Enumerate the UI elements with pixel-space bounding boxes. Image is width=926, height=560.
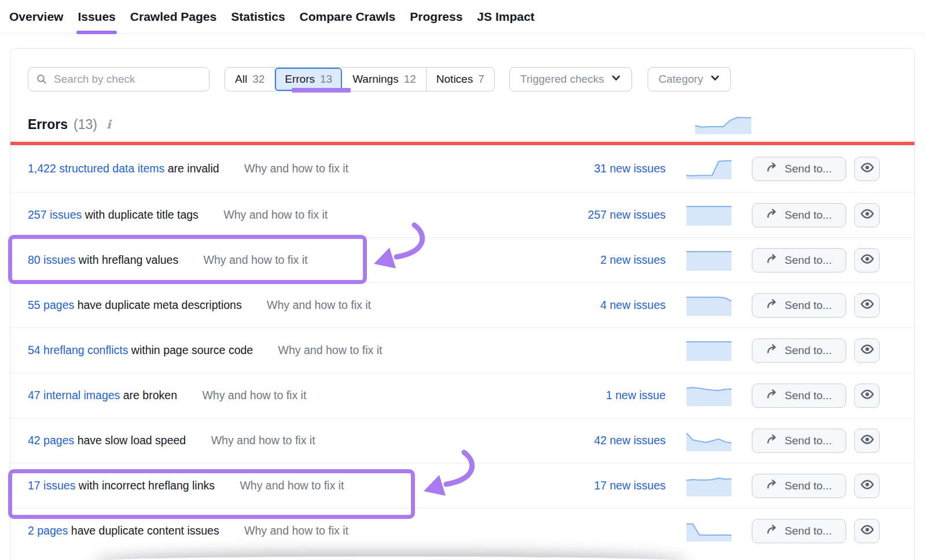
issue-rest-text: have slow load speed xyxy=(78,434,186,447)
tab-crawled-pages[interactable]: Crawled Pages xyxy=(130,0,216,33)
issue-description: 17 issues with incorrect hreflang links … xyxy=(28,479,544,492)
issue-row: 80 issues with hreflang values Why and h… xyxy=(10,237,914,282)
issue-row: 47 internal images are broken Why and ho… xyxy=(10,373,914,418)
send-arrow-icon xyxy=(766,253,779,267)
search-input[interactable] xyxy=(28,67,210,91)
tab-statistics[interactable]: Statistics xyxy=(231,0,285,33)
issue-row: 257 issues with duplicate title tags Why… xyxy=(10,192,914,237)
new-issues-link[interactable]: 42 new issues xyxy=(544,434,666,447)
new-issues-link[interactable]: 17 new issues xyxy=(544,479,666,492)
issue-description: 2 pages have duplicate content issues Wh… xyxy=(28,524,544,537)
eye-icon xyxy=(860,252,874,268)
new-issues-link[interactable]: 257 new issues xyxy=(544,208,666,222)
send-to-button[interactable]: Send to... xyxy=(752,203,846,227)
send-arrow-icon xyxy=(766,433,779,448)
why-how-to-fix-link[interactable]: Why and how to fix it xyxy=(211,434,315,447)
filter-toolbar: All 32 Errors 13 Warnings 12 Notices 7 T… xyxy=(10,67,914,91)
issue-link[interactable]: 42 pages xyxy=(28,434,74,447)
tab-issues[interactable]: Issues xyxy=(78,0,115,33)
issue-description: 47 internal images are broken Why and ho… xyxy=(28,389,544,402)
issue-rest-text: within page source code xyxy=(131,344,253,356)
why-how-to-fix-link[interactable]: Why and how to fix it xyxy=(267,299,371,312)
issue-description: 55 pages have duplicate meta description… xyxy=(28,299,544,312)
new-issues-link[interactable]: 1 new issue xyxy=(544,389,666,402)
why-how-to-fix-link[interactable]: Why and how to fix it xyxy=(244,162,348,175)
filter-all[interactable]: All 32 xyxy=(225,68,274,91)
issue-description: 54 hreflang conflicts within page source… xyxy=(28,344,544,357)
filter-notices[interactable]: Notices 7 xyxy=(426,68,494,91)
category-dropdown[interactable]: Category xyxy=(648,67,731,91)
why-how-to-fix-link[interactable]: Why and how to fix it xyxy=(202,389,306,402)
issue-rest-text: are invalid xyxy=(168,162,219,175)
severity-filter-group: All 32 Errors 13 Warnings 12 Notices 7 xyxy=(225,67,495,91)
tab-progress[interactable]: Progress xyxy=(410,0,462,33)
filter-warnings[interactable]: Warnings 12 xyxy=(342,68,426,91)
send-to-button[interactable]: Send to... xyxy=(752,474,846,498)
eye-icon xyxy=(860,342,874,359)
new-issues-link[interactable]: 2 new issues xyxy=(544,253,666,267)
top-navigation: Overview Issues Crawled Pages Statistics… xyxy=(0,0,926,34)
issues-panel: All 32 Errors 13 Warnings 12 Notices 7 T… xyxy=(10,48,915,560)
send-to-button[interactable]: Send to... xyxy=(752,157,846,181)
issues-list: 1,422 structured data items are invalid … xyxy=(10,145,914,553)
eye-icon xyxy=(860,297,874,314)
issue-link[interactable]: 54 hreflang conflicts xyxy=(28,344,128,356)
section-title: Errors xyxy=(28,117,68,132)
issue-link[interactable]: 1,422 structured data items xyxy=(28,162,164,175)
search-icon xyxy=(36,73,47,87)
hide-issue-button[interactable] xyxy=(854,157,880,181)
filter-all-count: 32 xyxy=(252,73,264,86)
hide-issue-button[interactable] xyxy=(854,203,880,227)
why-how-to-fix-link[interactable]: Why and how to fix it xyxy=(278,344,383,357)
hide-issue-button[interactable] xyxy=(854,293,880,318)
issue-row: 42 pages have slow load speed Why and ho… xyxy=(10,418,914,463)
hide-issue-button[interactable] xyxy=(854,519,880,543)
send-to-button[interactable]: Send to... xyxy=(752,293,846,318)
new-issues-link[interactable]: 4 new issues xyxy=(544,299,666,312)
send-to-button[interactable]: Send to... xyxy=(752,384,846,408)
hide-issue-button[interactable] xyxy=(854,429,880,453)
chevron-down-icon xyxy=(611,73,621,86)
issue-link[interactable]: 47 internal images xyxy=(28,389,120,401)
send-arrow-icon xyxy=(766,161,779,176)
errors-section-header: Errors (13) i xyxy=(10,115,914,134)
send-arrow-icon xyxy=(766,478,779,493)
issue-link[interactable]: 2 pages xyxy=(28,524,68,537)
send-to-button[interactable]: Send to... xyxy=(752,429,846,453)
issue-row: 54 hreflang conflicts within page source… xyxy=(10,327,914,373)
hide-issue-button[interactable] xyxy=(854,248,880,272)
send-to-button[interactable]: Send to... xyxy=(752,248,846,272)
triggered-checks-dropdown[interactable]: Triggered checks xyxy=(509,67,632,91)
issue-link[interactable]: 55 pages xyxy=(28,299,74,311)
tab-js-impact[interactable]: JS Impact xyxy=(477,0,534,33)
eye-icon xyxy=(860,477,874,494)
issue-rest-text: have duplicate meta descriptions xyxy=(78,299,242,311)
hide-issue-button[interactable] xyxy=(854,474,880,498)
why-how-to-fix-link[interactable]: Why and how to fix it xyxy=(223,208,328,222)
active-tab-indicator xyxy=(76,31,116,34)
tab-compare-crawls[interactable]: Compare Crawls xyxy=(300,0,396,33)
hide-issue-button[interactable] xyxy=(854,384,880,408)
why-how-to-fix-link[interactable]: Why and how to fix it xyxy=(204,253,308,267)
filter-errors[interactable]: Errors 13 xyxy=(274,68,342,91)
tab-overview[interactable]: Overview xyxy=(9,0,63,33)
issue-link[interactable]: 17 issues xyxy=(28,479,75,492)
send-arrow-icon xyxy=(766,208,779,222)
issue-row: 2 pages have duplicate content issues Wh… xyxy=(10,508,914,553)
why-how-to-fix-link[interactable]: Why and how to fix it xyxy=(240,479,344,492)
hide-issue-button[interactable] xyxy=(854,338,880,363)
issue-trend-sparkline xyxy=(686,159,732,179)
info-icon[interactable]: i xyxy=(106,117,111,131)
issue-link[interactable]: 257 issues xyxy=(28,208,82,221)
filter-warnings-count: 12 xyxy=(404,73,416,86)
send-to-button[interactable]: Send to... xyxy=(752,519,846,543)
send-to-button[interactable]: Send to... xyxy=(752,338,846,363)
issue-link[interactable]: 80 issues xyxy=(28,253,75,266)
why-how-to-fix-link[interactable]: Why and how to fix it xyxy=(244,524,348,537)
issue-rest-text: with incorrect hreflang links xyxy=(79,479,215,492)
eye-icon xyxy=(860,522,874,539)
issue-trend-sparkline xyxy=(686,521,732,541)
new-issues-link[interactable]: 31 new issues xyxy=(544,162,666,175)
issue-rest-text: are broken xyxy=(123,389,177,401)
filter-errors-count: 13 xyxy=(320,73,332,86)
